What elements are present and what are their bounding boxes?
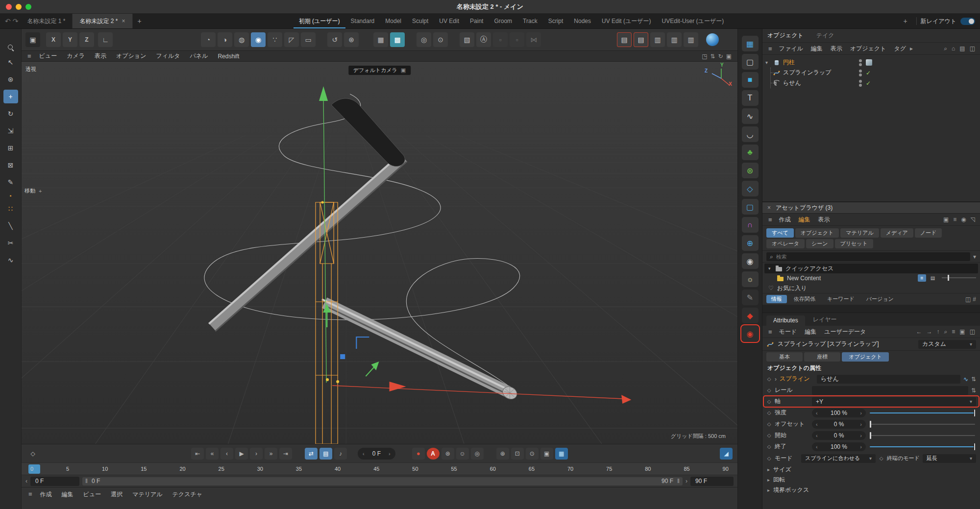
object-manager-menu-item[interactable]: オブジェクト: [846, 45, 890, 53]
render-picture-viewer-button[interactable]: ▤: [634, 32, 648, 47]
info-tab[interactable]: 情報: [766, 295, 787, 303]
enabled-check-icon[interactable]: ✓: [866, 80, 871, 87]
info-tab[interactable]: キーワード: [822, 295, 859, 303]
list-view-icon[interactable]: ≡: [953, 216, 956, 223]
panel-icon[interactable]: ◫: [970, 45, 975, 52]
range-right-icon[interactable]: ›: [686, 478, 687, 485]
sound-button[interactable]: ♪: [334, 448, 347, 460]
rotate-tool[interactable]: ↻: [3, 107, 18, 121]
decrement-icon[interactable]: ‹: [816, 421, 818, 427]
tree-item-quick-access[interactable]: ▾ クイックアクセス: [764, 264, 978, 273]
target-icon[interactable]: ◉: [961, 216, 966, 223]
maximize-view-icon[interactable]: ▣: [726, 53, 732, 60]
play-button[interactable]: ▶: [235, 448, 248, 460]
collapse-timeline-button[interactable]: ◢: [720, 448, 733, 460]
workplane-button[interactable]: ⊙: [433, 32, 448, 47]
viewport-menu-item[interactable]: 表示: [90, 52, 111, 60]
joint-tool-icon[interactable]: ◡: [742, 126, 759, 142]
globe-icon[interactable]: ⊕: [742, 235, 759, 251]
pencil-icon[interactable]: ✎: [742, 290, 759, 305]
polygons-mode-button[interactable]: ▭: [301, 32, 316, 47]
swatch-marker[interactable]: ▪: [3, 193, 18, 198]
increment-icon[interactable]: ›: [860, 421, 862, 427]
thumbnail-size-slider[interactable]: [942, 277, 976, 278]
edges-mode-button[interactable]: ◸: [284, 32, 299, 47]
layout-tab[interactable]: Standard: [345, 14, 380, 28]
reorder-icon[interactable]: ⇅: [971, 376, 976, 383]
copy-icon[interactable]: ◫: [965, 296, 971, 303]
rail-link-field[interactable]: [812, 386, 968, 395]
spline-smooth-tool[interactable]: ∿: [3, 253, 18, 267]
history-forward-icon[interactable]: →: [927, 328, 932, 335]
text-object-icon[interactable]: T: [742, 90, 759, 106]
phong-tag-icon[interactable]: [866, 59, 872, 66]
material-menu-item[interactable]: マテリアル: [127, 490, 167, 499]
model-mode-button[interactable]: ◑: [218, 32, 232, 47]
doc-tab-1[interactable]: 名称未設定 1 *: [20, 14, 73, 28]
prev-frame-button[interactable]: ‹: [220, 448, 233, 460]
cube-object-icon[interactable]: ■: [742, 72, 759, 88]
material-menu-item[interactable]: テクスチャ: [168, 490, 207, 499]
layout-tab[interactable]: Model: [380, 14, 407, 28]
end-stepper[interactable]: ‹ 100 % ›: [812, 442, 866, 451]
material-sphere-icon[interactable]: [706, 33, 719, 46]
move-tool[interactable]: +: [3, 90, 18, 103]
increment-icon[interactable]: ›: [860, 410, 862, 416]
preview-icon[interactable]: ▣: [943, 216, 949, 223]
visibility-dots[interactable]: [859, 70, 862, 76]
object-row-helix[interactable]: らせん ✓: [773, 78, 977, 88]
expand-icon[interactable]: ›: [775, 376, 777, 383]
layout-tab[interactable]: 初期 (ユーザー): [294, 14, 345, 28]
keyframe-bar-button[interactable]: ▤: [319, 448, 332, 460]
key-diamond-icon[interactable]: ◇: [766, 433, 772, 438]
range-left-icon[interactable]: ‹: [25, 478, 27, 485]
generator-gear-icon[interactable]: ⊛: [742, 163, 759, 178]
start-stepper[interactable]: ‹ 0 % ›: [812, 431, 866, 440]
next-key-button[interactable]: »: [265, 448, 277, 460]
end-mode-dropdown[interactable]: 延長 ▾: [923, 454, 976, 463]
nav-back-icon[interactable]: ↶: [5, 17, 11, 25]
misc-tool-2-button[interactable]: ▫: [510, 32, 524, 47]
collapsed-section-row[interactable]: ▸ 回転: [762, 475, 980, 485]
reorder-icon[interactable]: ⇅: [971, 387, 976, 394]
plant-object-icon[interactable]: ♣: [742, 145, 759, 160]
attribute-menu-item[interactable]: ユーザーデータ: [820, 328, 870, 336]
menu-icon[interactable]: ≡: [765, 328, 775, 336]
list-view-button[interactable]: ≡: [918, 274, 926, 282]
offset-stepper[interactable]: ‹ 0 % ›: [812, 420, 866, 429]
key-diamond-icon[interactable]: ◇: [766, 421, 772, 427]
new-layout-button[interactable]: 新レイアウト: [921, 17, 956, 25]
attribute-tab-button[interactable]: オブジェクト: [842, 352, 889, 362]
deformer-icon[interactable]: ◇: [742, 181, 759, 196]
lock-x-button[interactable]: X: [46, 32, 61, 47]
camera-label[interactable]: デフォルトカメラ ▣: [348, 66, 411, 75]
reset-transform-button[interactable]: ↺: [327, 32, 342, 47]
filter-button[interactable]: オペレータ: [766, 239, 805, 248]
key-diamond-icon[interactable]: ◇: [766, 376, 772, 382]
key-diamond-icon[interactable]: ◇: [766, 444, 772, 449]
add-layout-button[interactable]: +: [898, 17, 912, 25]
layout-lock-toggle[interactable]: [960, 18, 975, 25]
end-slider[interactable]: [869, 442, 976, 451]
spline-object-icon[interactable]: ∿: [742, 108, 759, 124]
new-window-icon[interactable]: ◫: [970, 328, 975, 335]
spline-preview-icon[interactable]: ∿: [963, 376, 968, 383]
decrement-icon[interactable]: ‹: [816, 444, 818, 450]
transform-tool-a[interactable]: ⊞: [3, 141, 18, 155]
lock-y-button[interactable]: Y: [63, 32, 77, 47]
transform-tool-b[interactable]: ⊠: [3, 158, 18, 172]
camera-object-icon[interactable]: ◉: [742, 253, 759, 269]
redshift-camera-icon[interactable]: ◉: [742, 326, 759, 341]
layout-tab[interactable]: Track: [517, 14, 543, 28]
magnet-tool-icon[interactable]: ∩: [742, 217, 759, 233]
coordinate-system-icon[interactable]: ∟: [98, 32, 113, 47]
pose-button[interactable]: ☺: [456, 448, 469, 460]
key-position-button[interactable]: ⊕: [496, 448, 509, 460]
attribute-tab[interactable]: レイヤー: [806, 314, 844, 326]
search-icon[interactable]: ⌕: [944, 45, 947, 52]
start-slider[interactable]: [869, 431, 976, 440]
menu-icon[interactable]: ≡: [24, 52, 34, 60]
layout-tab[interactable]: UVEdit-User (ユーザー): [657, 14, 730, 28]
key-rotation-button[interactable]: ⊙: [526, 448, 539, 460]
range-end-handle[interactable]: ‖: [677, 478, 680, 485]
